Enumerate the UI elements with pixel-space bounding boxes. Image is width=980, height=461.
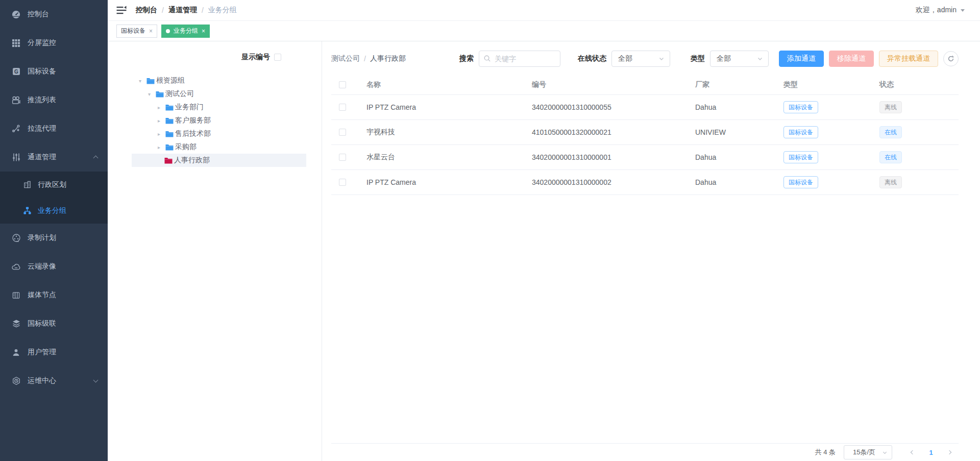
sidebar-item-label: 分屏监控 [28, 38, 56, 47]
tab-label: 业务分组 [174, 27, 198, 35]
show-id-row: 显示编号 [108, 41, 322, 62]
row-checkbox[interactable] [339, 104, 346, 111]
header-type: 类型 [783, 80, 879, 89]
caret-collapsed-icon[interactable]: ▸ [158, 144, 165, 150]
show-id-checkbox[interactable] [274, 54, 281, 61]
group-path-parent[interactable]: 测试公司 [331, 54, 360, 63]
sidebar-item-record-plan[interactable]: 录制计划 [0, 224, 108, 252]
total-count: 共 4 条 [815, 448, 836, 457]
tree-node-label: 业务部门 [175, 103, 204, 112]
table-row[interactable]: IP PTZ Camera 34020000001310000002 Dahua… [331, 170, 959, 195]
sidebar-item-cloud-record[interactable]: 云端录像 [0, 252, 108, 281]
close-icon[interactable]: × [149, 28, 153, 35]
row-checkbox[interactable] [339, 179, 346, 186]
tree-node[interactable]: ▾ 根资源组 [132, 74, 306, 87]
sidebar-item-channel-manage[interactable]: 通道管理 [0, 143, 108, 172]
hamburger-collapse-icon[interactable] [116, 5, 127, 15]
table-row[interactable]: IP PTZ Camera 34020000001310000055 Dahua… [331, 95, 959, 120]
tree-node[interactable]: ▸ 业务部门 [132, 101, 306, 114]
group-path: 测试公司 / 人事行政部 [331, 54, 406, 63]
split-screen-icon [11, 38, 21, 48]
select-all-checkbox[interactable] [339, 81, 346, 88]
header-status: 状态 [879, 80, 959, 89]
caret-collapsed-icon[interactable]: ▸ [158, 105, 165, 110]
prev-page-button[interactable] [903, 451, 922, 454]
breadcrumb-item[interactable]: 通道管理 [168, 6, 197, 15]
tree-panel: 显示编号 ▾ 根资源组 ▾ 测试公司 ▸ 业务部门 [108, 41, 322, 461]
tree-node-selected[interactable]: 人事行政部 [132, 154, 306, 167]
breadcrumb-separator: / [162, 6, 164, 14]
page-number[interactable]: 1 [922, 449, 940, 456]
remove-channel-button[interactable]: 移除通道 [829, 51, 874, 67]
status-badge: 离线 [879, 101, 902, 113]
type-tag[interactable]: 国标设备 [783, 126, 818, 138]
sidebar-item-pull-proxy[interactable]: 拉流代理 [0, 114, 108, 143]
chevron-down-icon [94, 377, 97, 385]
pagination: 共 4 条 15条/页 1 [331, 443, 959, 461]
close-icon[interactable]: × [202, 28, 205, 35]
online-status-select[interactable]: 全部 [611, 51, 670, 67]
sidebar-item-ops-center[interactable]: 运维中心 [0, 367, 108, 395]
tab-gb-device[interactable]: 国标设备 × [116, 25, 157, 38]
cloud-record-icon [11, 262, 21, 272]
sidebar-item-district[interactable]: 行政区划 [0, 172, 108, 198]
type-tag[interactable]: 国标设备 [783, 151, 818, 163]
page-size-value: 15条/页 [853, 448, 882, 457]
type-tag[interactable]: 国标设备 [783, 176, 818, 188]
sidebar-item-push-stream[interactable]: 推流列表 [0, 86, 108, 114]
table-header: 名称 编号 厂家 类型 状态 [331, 75, 959, 95]
group-path-current: 人事行政部 [370, 54, 406, 63]
sidebar-item-label: 运维中心 [28, 376, 56, 385]
sidebar-item-user-manage[interactable]: 用户管理 [0, 338, 108, 367]
breadcrumb-item[interactable]: 控制台 [136, 6, 157, 15]
cell-code: 34020000001310000055 [532, 103, 695, 111]
tree-node-label: 测试公司 [165, 89, 194, 99]
sidebar-item-console[interactable]: 控制台 [0, 0, 108, 29]
caret-expanded-icon[interactable]: ▾ [148, 91, 156, 97]
caret-collapsed-icon[interactable]: ▸ [158, 118, 165, 124]
table-row[interactable]: 宇视科技 41010500001320000021 UNIVIEW 国标设备 在… [331, 120, 959, 145]
cell-vendor: Dahua [695, 178, 783, 186]
tree-node[interactable]: ▸ 采购部 [132, 140, 306, 154]
search-box [479, 51, 560, 67]
folder-icon [165, 144, 174, 151]
sidebar-item-split-monitor[interactable]: 分屏监控 [0, 29, 108, 57]
folder-icon [164, 157, 173, 164]
tree-node-label: 采购部 [175, 142, 197, 152]
user-dropdown[interactable]: 欢迎，admin [916, 6, 965, 15]
type-select[interactable]: 全部 [710, 51, 769, 67]
tree-node[interactable]: ▸ 售后技术部 [132, 127, 306, 140]
district-icon [23, 180, 32, 189]
active-dot [166, 29, 170, 33]
next-page-button[interactable] [940, 451, 959, 454]
cascade-icon [11, 319, 21, 329]
caret-collapsed-icon[interactable]: ▸ [158, 131, 165, 137]
dropdown-caret-icon [961, 9, 965, 12]
row-checkbox[interactable] [339, 129, 346, 136]
type-tag[interactable]: 国标设备 [783, 101, 818, 113]
sidebar-item-media-node[interactable]: 媒体节点 [0, 281, 108, 309]
cell-code: 34020000001310000002 [532, 178, 695, 186]
breadcrumb-current: 业务分组 [208, 6, 237, 15]
cell-name: 水星云台 [366, 153, 532, 162]
search-input[interactable] [479, 51, 560, 67]
business-group-icon [23, 206, 32, 215]
sidebar-item-gb-device[interactable]: 国标设备 [0, 57, 108, 86]
add-channel-button[interactable]: 添加通道 [779, 51, 824, 67]
sidebar-item-label: 录制计划 [28, 233, 56, 242]
folder-icon [165, 131, 174, 137]
sidebar-item-label: 媒体节点 [28, 290, 56, 300]
refresh-button[interactable] [943, 51, 959, 66]
row-checkbox[interactable] [339, 154, 346, 161]
sidebar-item-cascade[interactable]: 国标级联 [0, 309, 108, 338]
abnormal-mount-button[interactable]: 异常挂载通道 [879, 51, 938, 67]
tab-business-group[interactable]: 业务分组 × [161, 25, 210, 38]
table-row[interactable]: 水星云台 34020000001310000001 Dahua 国标设备 在线 [331, 145, 959, 170]
page-size-select[interactable]: 15条/页 [844, 445, 892, 459]
chevron-down-icon [882, 450, 888, 455]
sidebar-item-business-group[interactable]: 业务分组 [0, 198, 108, 224]
sidebar-item-label: 推流列表 [28, 95, 56, 105]
tree-node[interactable]: ▾ 测试公司 [132, 87, 306, 101]
caret-expanded-icon[interactable]: ▾ [139, 78, 146, 84]
tree-node[interactable]: ▸ 客户服务部 [132, 114, 306, 127]
